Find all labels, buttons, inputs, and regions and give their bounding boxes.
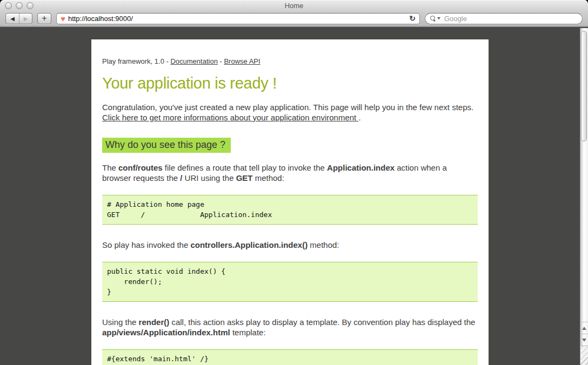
- vertical-scrollbar[interactable]: [580, 28, 588, 365]
- back-icon: ◀: [10, 16, 15, 22]
- action-code-block: public static void index() { render(); }: [102, 262, 478, 302]
- scroll-down-button[interactable]: [580, 334, 588, 346]
- close-button-icon[interactable]: [5, 2, 12, 9]
- back-button[interactable]: ◀: [6, 13, 19, 24]
- section-heading: Why do you see this page ?: [102, 138, 231, 153]
- forward-button[interactable]: ▶: [19, 13, 32, 24]
- intro-paragraph: Congratulation, you've just created a ne…: [102, 102, 478, 123]
- titlebar[interactable]: Home: [0, 0, 588, 12]
- screen: Home ◀ ▶ + ♥ http://localhost:9000/ ↻ Go…: [0, 0, 588, 365]
- text-link[interactable]: Click here to get more informations abou…: [102, 113, 358, 122]
- address-bar[interactable]: ♥ http://localhost:9000/ ↻: [56, 13, 420, 24]
- window-title: Home: [0, 0, 588, 12]
- page-title: Your application is ready !: [102, 75, 478, 92]
- scrollbar-thumb[interactable]: [581, 31, 587, 141]
- nav-buttons: ◀ ▶: [5, 13, 32, 24]
- favicon-heart-icon: ♥: [61, 15, 65, 23]
- toolbar: ◀ ▶ + ♥ http://localhost:9000/ ↻ Google: [0, 12, 588, 27]
- window-resize-grip-icon[interactable]: [580, 346, 588, 365]
- template-paragraph: Using the render() call, this action ask…: [102, 317, 478, 337]
- framework-meta-line: Play framework, 1.0 - Documentation - Br…: [102, 57, 478, 65]
- page-content: Play framework, 1.0 - Documentation - Br…: [91, 39, 489, 365]
- window-controls: [5, 2, 34, 9]
- search-input[interactable]: Google: [425, 13, 583, 24]
- arrow-down-icon: [582, 339, 586, 342]
- scroll-up-button[interactable]: [580, 322, 588, 334]
- search-options-caret-icon[interactable]: [437, 17, 440, 19]
- url-text[interactable]: http://localhost:9000/: [68, 15, 406, 23]
- routes-code-block: # Application home page GET / Applicatio…: [102, 195, 478, 225]
- routes-paragraph: The conf/routes file defines a route tha…: [102, 163, 478, 183]
- viewport: Play framework, 1.0 - Documentation - Br…: [0, 28, 588, 365]
- new-tab-button[interactable]: +: [37, 13, 51, 24]
- text-link[interactable]: Documentation: [170, 57, 217, 65]
- browser-chrome: Home ◀ ▶ + ♥ http://localhost:9000/ ↻ Go…: [0, 0, 588, 27]
- forward-icon: ▶: [24, 16, 28, 22]
- text-link[interactable]: Browse API: [224, 57, 260, 65]
- arrow-up-icon: [582, 327, 586, 330]
- minimize-button-icon[interactable]: [16, 2, 23, 9]
- search-placeholder: Google: [444, 15, 467, 23]
- plus-icon: +: [42, 13, 46, 23]
- invoked-paragraph: So play has invoked the controllers.Appl…: [102, 240, 478, 250]
- browser-window: Home ◀ ▶ + ♥ http://localhost:9000/ ↻ Go…: [0, 0, 588, 365]
- template-code-block: #{extends 'main.html' /} #{set title:'Ho…: [102, 349, 478, 365]
- zoom-button-icon[interactable]: [26, 2, 34, 9]
- search-icon: [430, 16, 436, 21]
- refresh-icon[interactable]: ↻: [409, 15, 416, 22]
